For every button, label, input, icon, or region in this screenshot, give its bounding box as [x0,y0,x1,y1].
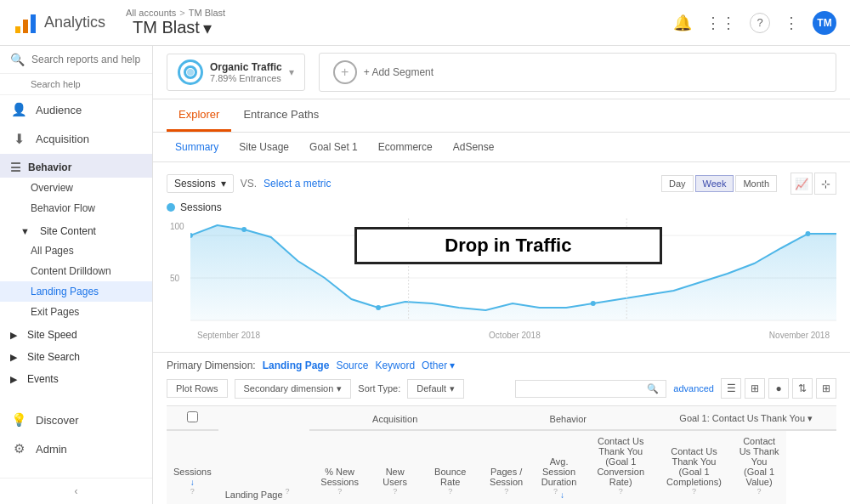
acquisition-label: Acquisition [36,133,89,145]
x-axis-labels: September 2018 October 2018 November 201… [167,329,836,342]
conv-rate-help[interactable]: ? [619,487,623,496]
tab-explorer[interactable]: Explorer [167,99,231,132]
avg-session-help[interactable]: ? [553,487,558,496]
sidebar-sub-content-drilldown[interactable]: Content Drilldown [0,261,152,281]
conversions-group-header: Goal 1: Contact Us Thank You ▾ [656,406,836,431]
sidebar-item-audience[interactable]: 👤 Audience [0,95,152,124]
logo: Analytics [14,11,105,35]
analytics-logo-icon [14,11,37,35]
x-axis-oct2018: October 2018 [489,331,541,340]
acquisition-icon: ⬇ [10,131,27,147]
avatar[interactable]: TM [813,11,836,35]
vs-text: VS. [241,178,257,190]
sidebar-discover[interactable]: 💡 Discover [0,405,152,434]
sidebar-admin[interactable]: ⚙ Admin [0,434,152,463]
help-icon[interactable]: ? [750,13,770,33]
secondary-dim-btn[interactable]: Secondary dimension ▾ [235,379,352,399]
sidebar-site-speed[interactable]: ▶ Site Speed [0,322,152,344]
table-icon-list[interactable]: ☰ [721,378,741,399]
data-table: Landing Page ? Acquisition Behavior Goal… [167,405,836,504]
select-all-checkbox[interactable] [187,411,198,422]
dim-landing-page[interactable]: Landing Page [263,360,330,371]
search-input[interactable] [31,54,142,65]
subtabs-bar: Summary Site Usage Goal Set 1 Ecommerce … [153,133,850,162]
primary-dimension-bar: Primary Dimension: Landing Page Source K… [167,360,836,371]
table-icon-pivot[interactable]: ⊞ [816,378,836,399]
bounce-help[interactable]: ? [448,487,452,496]
more-icon[interactable]: ⋮ [784,14,799,32]
sidebar: 🔍 Search help 👤 Audience ⬇ Acquisition ☰… [0,46,153,504]
svg-rect-2 [31,14,36,33]
subtab-summary[interactable]: Summary [167,138,227,156]
subtab-site-usage[interactable]: Site Usage [230,138,298,156]
discover-icon: 💡 [10,412,27,428]
breadcrumb: All accounts > TM Blast [126,8,225,18]
landing-page-help-icon[interactable]: ? [286,487,290,496]
sessions-metric-selector[interactable]: Sessions ▾ [167,174,234,193]
avg-session-sort[interactable]: ↓ [560,490,564,500]
scatter-chart-btn[interactable]: ⊹ [814,173,836,195]
bell-icon[interactable]: 🔔 [673,14,692,32]
table-icon-sort[interactable]: ⇅ [792,378,813,399]
table-icon-grid[interactable]: ⊞ [745,378,765,399]
table-search-input[interactable] [523,383,642,394]
segment-info: Organic Traffic 7.89% Entrances [210,61,282,83]
table-search-box: 🔍 [515,380,666,398]
table-icon-dot[interactable]: ● [768,378,789,399]
app-name: Analytics [44,14,105,31]
plot-rows-btn[interactable]: Plot Rows [167,379,228,398]
dim-other[interactable]: Other ▾ [422,360,455,371]
grid-icon[interactable]: ⋮⋮ [706,14,736,32]
sidebar-collapse-btn[interactable]: ‹ [0,478,152,504]
search-help[interactable]: Search help [0,74,152,95]
pages-session-header: Pages / Session ? [480,430,532,504]
sidebar-events[interactable]: ▶ Events [0,366,152,388]
dim-keyword[interactable]: Keyword [375,360,415,371]
sessions-legend-label: Sessions [180,201,222,213]
select-metric-link[interactable]: Select a metric [264,178,331,190]
sidebar-item-behavior[interactable]: ☰ Behavior [0,154,152,178]
sidebar-sub-behavior-flow[interactable]: Behavior Flow [0,198,152,218]
site-content-arrow: ▼ [20,226,30,236]
completions-help[interactable]: ? [692,487,696,496]
discover-label: Discover [36,414,79,427]
dim-source[interactable]: Source [336,360,368,371]
new-users-help[interactable]: ? [393,487,397,496]
acquisition-group-header: Acquisition [309,406,480,431]
organic-traffic-segment[interactable]: Organic Traffic 7.89% Entrances ▾ [167,54,305,91]
sessions-sort[interactable]: ↓ [190,478,195,487]
svg-point-7 [241,227,246,232]
sidebar-sub-exit-pages[interactable]: Exit Pages [0,302,152,322]
checkbox-header [167,406,218,431]
goal-dropdown[interactable]: Goal 1: Contact Us Thank You ▾ [663,413,830,424]
tab-entrance-paths[interactable]: Entrance Paths [231,99,331,132]
sessions-legend-dot [167,203,175,212]
sidebar-sub-all-pages[interactable]: All Pages [0,241,152,261]
avg-session-header: Avg. Session Duration ? ↓ [532,430,586,504]
line-chart-btn[interactable]: 📈 [790,173,813,195]
subtab-adsense[interactable]: AdSense [445,138,503,156]
week-btn[interactable]: Week [695,175,734,192]
day-btn[interactable]: Day [661,175,694,192]
sort-type-btn[interactable]: Default ▾ [407,379,464,399]
table-view-icons: ☰ ⊞ ● ⇅ ⊞ [721,378,836,399]
sidebar-item-acquisition[interactable]: ⬇ Acquisition [0,124,152,154]
value-help[interactable]: ? [757,487,762,496]
month-btn[interactable]: Month [735,175,777,192]
pct-new-help[interactable]: ? [337,487,342,496]
segment-dropdown-icon[interactable]: ▾ [289,66,294,78]
add-segment-circle: + [333,60,357,84]
pages-help[interactable]: ? [504,487,508,496]
sidebar-sub-overview[interactable]: Overview [0,178,152,198]
tabs-bar: Explorer Entrance Paths [153,99,850,133]
sessions-help[interactable]: ? [190,487,195,496]
main-layout: 🔍 Search help 👤 Audience ⬇ Acquisition ☰… [0,46,850,504]
add-segment-btn[interactable]: + + Add Segment [319,53,836,92]
sidebar-site-search[interactable]: ▶ Site Search [0,344,152,366]
subtab-ecommerce[interactable]: Ecommerce [370,138,441,156]
sidebar-sub-landing-pages[interactable]: Landing Pages [0,281,152,302]
sidebar-site-content[interactable]: ▼ Site Content [0,218,152,241]
subtab-goal-set-1[interactable]: Goal Set 1 [301,138,366,156]
advanced-link[interactable]: advanced [673,383,714,394]
site-content-label: Site Content [40,225,96,237]
